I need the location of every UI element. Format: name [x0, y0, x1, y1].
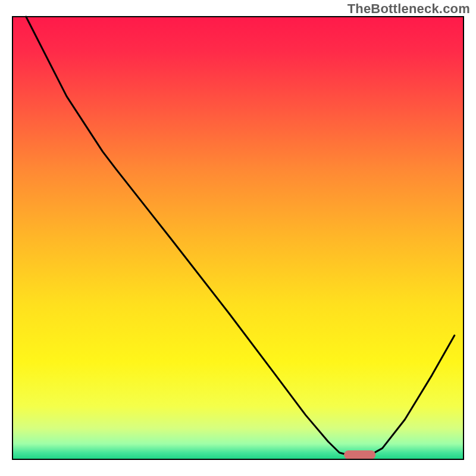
chart-container: TheBottleneck.com: [0, 0, 476, 476]
optimal-marker: [344, 450, 375, 459]
plot-background: [12, 17, 464, 459]
bottleneck-chart: [0, 0, 476, 476]
